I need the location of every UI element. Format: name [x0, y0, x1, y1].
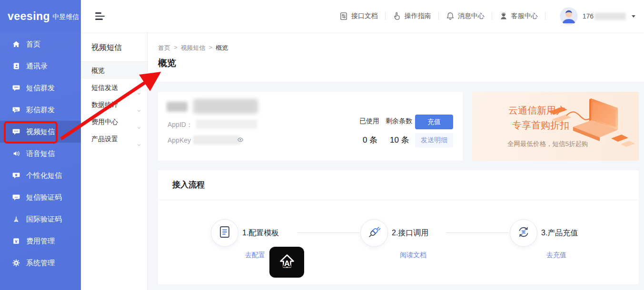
sidebar-item-personalized-sms[interactable]: 个性化短信 — [0, 164, 81, 186]
customer-service-label: 客服中心 — [511, 12, 538, 20]
svg-text:¥: ¥ — [15, 239, 18, 244]
ime-letter: A — [284, 259, 289, 268]
reveal-appkey-icon[interactable] — [237, 136, 244, 145]
main-content: 首页 > 视频短信 > 概览 概览 AppID： AppKey 已使用 剩余条数… — [148, 32, 644, 290]
sidebar-item-label: 系统管理 — [26, 259, 55, 268]
chevron-down-icon — [632, 15, 635, 18]
sms-bulk-icon: SMS — [12, 84, 20, 92]
main-sidebar: 首页 通讯录 SMS 短信群发 彩信群发 视频短信 语音短信 个性化短信 sim — [0, 32, 81, 290]
sub-sidebar: 视频短信 概览 短信发送 数据统计 费用中心 产品设置 — [81, 32, 148, 290]
step3-circle — [510, 219, 537, 247]
api-doc-icon — [339, 12, 348, 20]
sidebar-item-mms-bulk[interactable]: 彩信群发 — [0, 99, 81, 121]
home-icon — [12, 40, 20, 48]
breadcrumb-separator: > — [174, 44, 178, 52]
appkey-value-redacted — [193, 135, 240, 145]
svg-text:sim: sim — [14, 196, 18, 198]
brand-logo-en: veesing — [8, 10, 50, 23]
sidebar-item-label: 短信群发 — [26, 84, 55, 93]
step2-read-docs-link[interactable]: 阅读文档 — [400, 251, 426, 260]
appid-label: AppID： — [168, 121, 193, 129]
subnav-item-label: 短信发送 — [91, 84, 118, 91]
account-name-redacted — [193, 99, 258, 114]
page-title: 概览 — [158, 57, 176, 69]
sidebar-item-label: 国际验证码 — [26, 215, 62, 224]
sidebar-item-label: 首页 — [26, 40, 40, 49]
api-docs-button[interactable]: 接口文档 — [339, 12, 378, 20]
guide-button[interactable]: 操作指南 — [393, 12, 431, 20]
sidebar-item-sms-code[interactable]: sim 短信验证码 — [0, 186, 81, 208]
video-sms-icon — [12, 128, 20, 135]
service-icon — [499, 12, 508, 20]
breadcrumb-current: 概览 — [216, 44, 228, 52]
laptop-illustration — [545, 96, 636, 159]
collapse-menu-icon[interactable] — [95, 10, 105, 22]
remaining-value: 10 条 — [390, 135, 409, 145]
remaining-label: 剩余条数 — [386, 117, 412, 126]
recharge-button[interactable]: 充值 — [415, 115, 453, 129]
hand-guide-icon — [393, 12, 401, 20]
promo-card[interactable]: 云通信新用户 专享首购折扣 全网最低价格，短信5折起购 — [472, 92, 639, 161]
template-doc-icon — [218, 225, 231, 241]
sidebar-item-video-sms[interactable]: 视频短信 — [0, 121, 81, 143]
avatar — [560, 7, 578, 25]
sidebar-item-label: 费用管理 — [26, 237, 55, 246]
account-name-redacted — [167, 102, 188, 112]
sidebar-item-label: 短信验证码 — [26, 193, 62, 202]
subnav-item-label: 产品设置 — [91, 135, 118, 143]
customer-service-button[interactable]: 客服中心 — [499, 12, 538, 20]
user-account-dropdown[interactable]: 176 — [560, 7, 635, 25]
send-detail-button[interactable]: 发送明细 — [415, 133, 453, 147]
sidebar-item-sms-bulk[interactable]: SMS 短信群发 — [0, 77, 81, 99]
divider — [492, 12, 492, 20]
subnav-item-data-stats[interactable]: 数据统计 — [81, 96, 147, 113]
subnav-item-label: 概览 — [91, 67, 105, 74]
breadcrumb-home[interactable]: 首页 — [158, 44, 170, 52]
divider — [385, 12, 386, 20]
contacts-icon — [12, 62, 20, 70]
bell-icon — [446, 12, 455, 20]
used-label: 已使用 — [359, 117, 379, 126]
content-header: 首页 > 视频短信 > 概览 概览 — [148, 32, 644, 82]
step2-circle — [360, 219, 388, 247]
subnav-item-overview[interactable]: 概览 — [81, 62, 147, 79]
divider — [438, 12, 439, 20]
app-info-card: AppID： AppKey 已使用 剩余条数 0 条 10 条 充值 发送明细 — [158, 92, 463, 161]
subnav-item-sms-send[interactable]: 短信发送 — [81, 79, 147, 96]
user-phone: 176 — [583, 12, 626, 20]
brand-logo[interactable]: veesing 中昱维信 — [0, 0, 81, 32]
subnav-item-product-settings[interactable]: 产品设置 — [81, 130, 147, 147]
sidebar-item-system-management[interactable]: 系统管理 — [0, 252, 81, 274]
step-connector — [446, 232, 508, 233]
breadcrumb-video-sms[interactable]: 视频短信 — [181, 44, 206, 52]
top-header: 接口文档 操作指南 消息中心 客服中心 176 — [81, 0, 644, 32]
sidebar-item-label: 视频短信 — [26, 127, 55, 136]
step1-configure-link[interactable]: 去配置 — [245, 251, 265, 260]
sidebar-item-voice-sms[interactable]: 语音短信 — [0, 143, 81, 164]
topbar-actions: 接口文档 操作指南 消息中心 客服中心 176 — [339, 7, 644, 25]
subnav-item-label: 数据统计 — [91, 101, 118, 108]
appkey-label: AppKey — [168, 136, 191, 144]
fee-icon: ¥ — [12, 237, 20, 245]
app-root: veesing 中昱维信 接口文档 操作指南 消息中心 — [0, 0, 644, 290]
sidebar-item-contacts[interactable]: 通讯录 — [0, 55, 81, 77]
gear-icon — [12, 259, 20, 267]
divider — [545, 12, 545, 20]
subnav-item-label: 费用中心 — [91, 118, 118, 126]
guide-label: 操作指南 — [405, 12, 431, 20]
subnav-title: 视频短信 — [81, 32, 147, 62]
subnav-item-fee-center[interactable]: 费用中心 — [81, 113, 147, 130]
sidebar-item-intl-code[interactable]: 国际验证码 — [0, 208, 81, 230]
recharge-cycle-icon — [517, 225, 530, 241]
sidebar-item-label: 通讯录 — [26, 62, 48, 71]
message-center-button[interactable]: 消息中心 — [446, 12, 485, 20]
breadcrumb: 首页 > 视频短信 > 概览 — [158, 44, 228, 52]
ime-indicator: A — [269, 247, 304, 278]
used-value: 0 条 — [363, 135, 377, 145]
api-plug-icon — [367, 225, 381, 241]
sidebar-item-fee-management[interactable]: ¥ 费用管理 — [0, 230, 81, 252]
user-phone-redacted — [594, 13, 626, 20]
user-phone-prefix: 176 — [583, 12, 594, 20]
step3-recharge-link[interactable]: 去充值 — [546, 251, 566, 260]
sidebar-item-home[interactable]: 首页 — [0, 33, 81, 55]
